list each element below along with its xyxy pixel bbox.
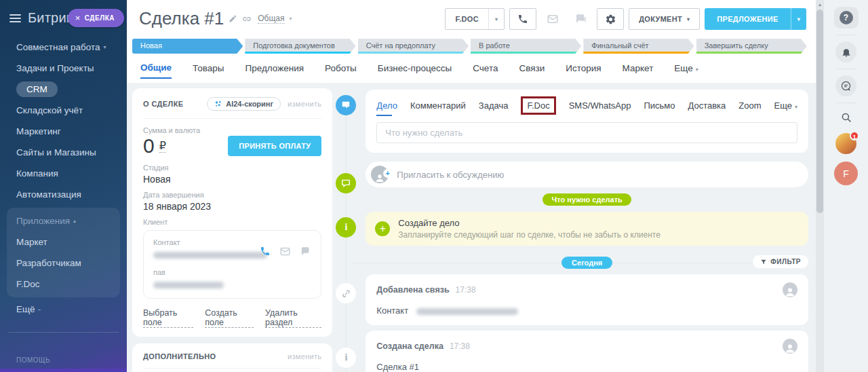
- contact-name-redacted[interactable]: [153, 252, 267, 259]
- close-date-value[interactable]: 18 января 2023: [143, 201, 321, 212]
- deal-details-column: О СДЕЛКЕ AI24-скоринг изменить Сумма и в…: [132, 88, 332, 372]
- atab-deal[interactable]: Дело: [376, 100, 397, 111]
- invite-to-discussion[interactable]: + Пригласить к обсуждению: [366, 162, 808, 187]
- settings-button[interactable]: [597, 8, 624, 30]
- tab-more[interactable]: Еще▾: [674, 63, 698, 78]
- atab-zoom[interactable]: Zoom: [738, 100, 761, 111]
- delete-section-link[interactable]: Удалить раздел: [265, 308, 321, 328]
- plus-icon[interactable]: +: [375, 221, 390, 236]
- sidebar-item-collaboration[interactable]: Совместная работа▾: [0, 37, 127, 58]
- chevron-down-icon[interactable]: ▾: [791, 16, 806, 22]
- sidebar-item-more[interactable]: Ещё-: [0, 297, 127, 321]
- event-card-link-added[interactable]: Добавлена связь 17:38 Контакт: [366, 274, 808, 325]
- chat-icon[interactable]: [300, 246, 311, 257]
- stage-final-invoice[interactable]: Финальный счёт: [583, 39, 694, 54]
- pav-value-redacted[interactable]: [153, 282, 224, 289]
- link-icon[interactable]: [242, 14, 252, 24]
- atab-letter[interactable]: Письмо: [644, 100, 675, 111]
- ai-scoring-icon: [214, 100, 222, 108]
- atab-task[interactable]: Задача: [479, 100, 509, 111]
- client-card: Контакт пав: [143, 230, 321, 299]
- fdoc-split-button[interactable]: F.DOC ▾: [445, 8, 505, 30]
- sidebar-item-sites[interactable]: Сайты и Магазины: [0, 142, 127, 163]
- hint-title[interactable]: Создайте дело: [398, 218, 660, 228]
- sidebar-item-automation[interactable]: Автоматизация: [0, 184, 127, 205]
- funnel-selector[interactable]: Общая: [258, 14, 284, 24]
- stage-prepayment-invoice[interactable]: Счёт на предоплату: [358, 39, 469, 54]
- todo-input[interactable]: [376, 122, 797, 143]
- atab-more[interactable]: Еще▾: [774, 100, 797, 111]
- funnel-icon: [760, 259, 767, 265]
- phone-icon[interactable]: [260, 246, 271, 257]
- messenger-button[interactable]: [835, 75, 856, 96]
- user-avatar[interactable]: 1: [835, 133, 856, 154]
- call-button[interactable]: [509, 8, 536, 30]
- atab-fdoc-highlighted[interactable]: F.Doc: [521, 96, 555, 115]
- sidebar-item-company[interactable]: Компания: [0, 163, 127, 184]
- todo-badge[interactable]: Что нужно сделать: [542, 193, 631, 206]
- deal-slider-badge[interactable]: × СДЕЛКА: [68, 9, 124, 27]
- gear-icon: [605, 14, 616, 25]
- chain-link-icon: [336, 283, 356, 303]
- tab-quotes[interactable]: Предложения: [245, 63, 304, 78]
- scroll-up-icon[interactable]: ▲: [816, 2, 824, 7]
- tab-market[interactable]: Маркет: [623, 63, 654, 78]
- tab-robots[interactable]: Роботы: [325, 63, 357, 78]
- atab-comment[interactable]: Комментарий: [410, 100, 466, 111]
- pencil-icon[interactable]: [229, 14, 237, 23]
- menu-icon[interactable]: [9, 14, 21, 22]
- tab-business-processes[interactable]: Бизнес-процессы: [378, 63, 452, 78]
- proposal-split-button[interactable]: ПРЕДЛОЖЕНИЕ ▾: [705, 8, 806, 30]
- chevron-down-icon[interactable]: ▾: [290, 16, 292, 22]
- vertical-scrollbar[interactable]: ▲: [816, 0, 824, 372]
- create-field-link[interactable]: Создать поле: [205, 308, 254, 328]
- contact-name-redacted[interactable]: [416, 308, 518, 315]
- profile-avatar[interactable]: F: [834, 162, 858, 185]
- chevron-down-icon[interactable]: ▾: [489, 16, 504, 22]
- sidebar-item-apps[interactable]: Приложения▴: [7, 210, 120, 231]
- edit-about-link[interactable]: изменить: [288, 100, 321, 108]
- scrollbar-thumb[interactable]: [816, 10, 823, 213]
- filter-button[interactable]: ФИЛЬТР: [753, 255, 808, 268]
- tab-history[interactable]: История: [566, 63, 601, 78]
- user-avatar-icon[interactable]: [783, 339, 797, 354]
- sidebar-item-tasks[interactable]: Задачи и Проекты: [0, 58, 127, 79]
- sidebar-item-marketing[interactable]: Маркетинг: [0, 121, 127, 142]
- tab-products[interactable]: Товары: [193, 63, 224, 78]
- event-row-link: Добавлена связь 17:38 Контакт: [366, 274, 808, 325]
- currency-value[interactable]: ₽: [159, 139, 166, 153]
- today-badge[interactable]: Сегодня: [561, 257, 612, 269]
- tab-general[interactable]: Общие: [140, 62, 172, 79]
- stage-new[interactable]: Новая: [132, 39, 243, 54]
- stage-docs-preparation[interactable]: Подготовка документов: [245, 39, 355, 54]
- mail-icon[interactable]: [279, 246, 291, 257]
- additional-card: ДОПОЛНИТЕЛЬНО изменить Тип сделки Продаж…: [132, 343, 332, 372]
- search-icon[interactable]: [840, 111, 852, 124]
- event-card-deal-created[interactable]: Создана сделка 17:38 Сделка #1: [366, 331, 808, 372]
- accept-payment-button[interactable]: ПРИНЯТЬ ОПЛАТУ: [228, 136, 321, 156]
- sidebar-item-fdoc[interactable]: F.Doc: [7, 274, 120, 295]
- stage-close-deal[interactable]: Завершить сделку: [696, 39, 807, 54]
- user-avatar-icon[interactable]: [783, 282, 797, 297]
- sidebar-item-market[interactable]: Маркет: [7, 231, 120, 253]
- document-button[interactable]: ДОКУМЕНТ ▾: [629, 8, 700, 30]
- amount-value[interactable]: 0: [143, 134, 155, 157]
- choose-field-link[interactable]: Выбрать поле: [143, 308, 193, 328]
- footer-link-help[interactable]: ПОМОЩЬ: [0, 350, 127, 370]
- ai-scoring-badge[interactable]: AI24-скоринг: [207, 97, 281, 111]
- notifications-button[interactable]: [835, 41, 856, 62]
- help-button[interactable]: ?: [834, 7, 859, 29]
- sidebar-item-crm[interactable]: CRM: [0, 79, 127, 100]
- activity-tabs-card: Дело Комментарий Задача F.Doc SMS/WhatsA…: [366, 90, 808, 153]
- atab-delivery[interactable]: Доставка: [688, 100, 726, 111]
- atab-sms-whatsapp[interactable]: SMS/WhatsApp: [569, 100, 631, 111]
- tab-links[interactable]: Связи: [519, 63, 545, 78]
- event-time: 17:38: [456, 285, 476, 295]
- stage-in-progress[interactable]: В работе: [471, 39, 581, 54]
- tab-invoices[interactable]: Счета: [473, 63, 498, 78]
- edit-additional-link[interactable]: изменить: [288, 352, 321, 360]
- stage-value[interactable]: Новая: [143, 174, 321, 185]
- close-icon[interactable]: ×: [75, 13, 81, 23]
- sidebar-item-inventory[interactable]: Складской учёт: [0, 100, 127, 121]
- sidebar-item-developers[interactable]: Разработчикам: [7, 253, 120, 274]
